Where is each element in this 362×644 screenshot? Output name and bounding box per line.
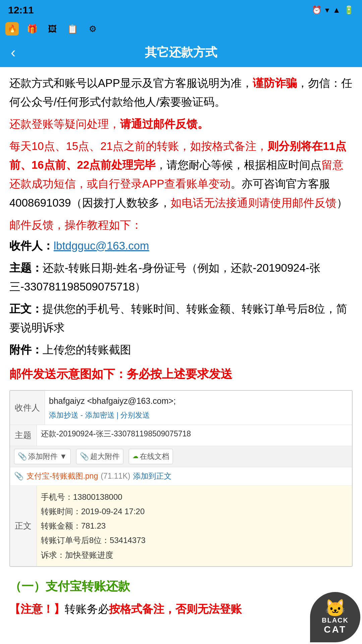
main-content: 还款方式和账号以APP显示及官方客服说明为准，谨防诈骗，勿信：任何公众号/任何形… (0, 67, 362, 639)
email-to-row: 收件人 bhafgaiyz <bhafgaiyz@163.com>; 添加抄送 … (10, 391, 352, 425)
status-bar: 12:11 ⏰ ▾ ▲ 🔋 (0, 0, 362, 20)
app-icons-bar: 🔥 🎁 🖼 📋 ⚙ (0, 20, 362, 38)
status-icons: ⏰ ▾ ▲ 🔋 (312, 5, 354, 15)
app-icon-2: 🎁 (25, 22, 39, 36)
recipient-email[interactable]: lbtdgguc@163.com (54, 239, 149, 252)
alipay-heading-text: （一）支付宝转账还款 (9, 579, 130, 593)
page-title: 其它还款方式 (145, 44, 217, 61)
recipient-label: 收件人： (9, 239, 54, 252)
email-screenshot: 收件人 bhafgaiyz <bhafgaiyz@163.com>; 添加抄送 … (9, 390, 353, 567)
body-line-2: 转账时间：2019-09-24 17:20 (41, 504, 348, 519)
attachment-file-row: 📎 支付宝-转账截图.png (71.11K) 添加到正文 (10, 467, 352, 486)
battery-icon: 🔋 (344, 5, 354, 15)
email-feedback-bold: 请通过邮件反馈。 (120, 118, 208, 130)
attachment-file-icon: 📎 (14, 470, 24, 483)
online-docs-btn[interactable]: ☁ 在线文档 (129, 449, 173, 464)
body-value: 提供您的手机号、转账时间、转账金额、转账订单号后8位，简要说明诉求 (9, 303, 347, 334)
fraud-warning: 谨防诈骗 (253, 77, 297, 89)
email-demo-label: 邮件发送示意图如下：务必按上述要求发送 (9, 364, 353, 384)
body-line-4: 转账订单号后8位：53414373 (41, 533, 348, 547)
attachment-row-text: 附件：上传您的转账截图 (9, 340, 353, 359)
intro-paragraph: 还款方式和账号以APP显示及官方客服说明为准，谨防诈骗，勿信：任何公众号/任何形… (9, 74, 353, 111)
big-attachment-icon: 📎 (80, 450, 89, 463)
body-line-3: 转账金额：781.23 (41, 519, 348, 533)
transfer-note-7: ） (337, 197, 348, 209)
attachment-file-name: 支付宝-转账截图.png (26, 470, 98, 483)
status-time: 12:11 (8, 4, 34, 16)
add-attachment-btn[interactable]: 📎 添加附件 ▼ (14, 449, 71, 464)
big-attachment-label: 超大附件 (90, 450, 120, 463)
transfer-note-6: 如电话无法接通则请使用邮件反馈 (171, 197, 337, 209)
transfer-note-1: 每天10点、15点、21点之前的转账，如按格式备注， (9, 140, 267, 152)
attachment-value: 上传您的转账截图 (43, 343, 131, 356)
body-label: 正文： (9, 303, 43, 315)
body-line-1: 手机号：13800138000 (41, 490, 348, 504)
email-body-row: 正文 手机号：13800138000 转账时间：2019-09-24 17:20… (10, 486, 352, 566)
subject-label: 主题： (9, 262, 43, 274)
app-icon-4: 📋 (66, 22, 79, 36)
back-button[interactable]: ‹ (8, 41, 18, 63)
email-body-label: 正文 (10, 486, 37, 566)
email-feedback-prompt: 还款登账等疑问处理， (9, 118, 120, 130)
paperclip-icon: 📎 (18, 450, 27, 463)
signal-icon: ▲ (333, 5, 341, 15)
email-to-address: bhafgaiyz <bhafgaiyz@163.com>; (49, 394, 348, 408)
email-feedback-paragraph: 还款登账等疑问处理，请通过邮件反馈。 (9, 115, 353, 133)
add-attachment-label: 添加附件 ▼ (28, 450, 67, 463)
attachment-add-to-body[interactable]: 添加到正文 (133, 470, 172, 483)
email-to-label: 收件人 (10, 391, 45, 425)
attachment-file-size: (71.11K) (101, 470, 130, 483)
email-subject-label: 主题 (10, 425, 37, 445)
alarm-icon: ⏰ (312, 5, 322, 15)
app-icon-3: 🖼 (46, 22, 59, 36)
alipay-section-heading: （一）支付宝转账还款 (9, 576, 353, 596)
subject-value: 还款-转账日期-姓名-身份证号（例如，还款-20190924-张三-330781… (9, 262, 320, 293)
body-line-5: 诉求：加快登账进度 (41, 548, 348, 562)
subject-row: 主题：还款-转账日期-姓名-身份证号（例如，还款-20190924-张三-330… (9, 259, 353, 296)
online-docs-label: 在线文档 (140, 450, 169, 463)
recipient-row: 收件人：lbtdgguc@163.com (9, 236, 353, 255)
online-docs-icon: ☁ (132, 451, 138, 462)
transfer-note-paragraph: 每天10点、15点、21点之前的转账，如按格式备注，则分别将在11点前、16点前… (9, 137, 353, 212)
big-attachment-btn[interactable]: 📎 超大附件 (76, 449, 123, 464)
email-subject-row: 主题 还款-20190924-张三-330781198509075718 (10, 425, 352, 446)
email-toolbar: 📎 添加附件 ▼ 📎 超大附件 ☁ 在线文档 (10, 446, 352, 467)
alipay-notice: 【注意！】转账务必按格式备注，否则无法登账 (9, 600, 353, 618)
app-icon-5: ⚙ (86, 22, 99, 36)
email-subject-value: 还款-20190924-张三-330781198509075718 (37, 425, 352, 445)
app-icon-1: 🔥 (5, 22, 19, 36)
email-body-content: 手机号：13800138000 转账时间：2019-09-24 17:20 转账… (37, 486, 352, 566)
transfer-note-3: ，请您耐心等候，根据相应时间点 (156, 159, 321, 171)
nav-bar: ‹ 其它还款方式 (0, 38, 362, 67)
wifi-icon: ▾ (325, 5, 329, 15)
email-to-value: bhafgaiyz <bhafgaiyz@163.com>; 添加抄送 - 添加… (45, 391, 352, 425)
body-row: 正文：提供您的手机号、转账时间、转账金额、转账订单号后8位，简要说明诉求 (9, 300, 353, 337)
email-to-actions: 添加抄送 - 添加密送 | 分别发送 (49, 408, 348, 421)
attachment-label: 附件： (9, 343, 43, 356)
intro-text: 还款方式和账号以APP显示及官方客服说明为准， (9, 77, 253, 89)
email-tutorial-label: 邮件反馈，操作教程如下： (9, 216, 353, 234)
